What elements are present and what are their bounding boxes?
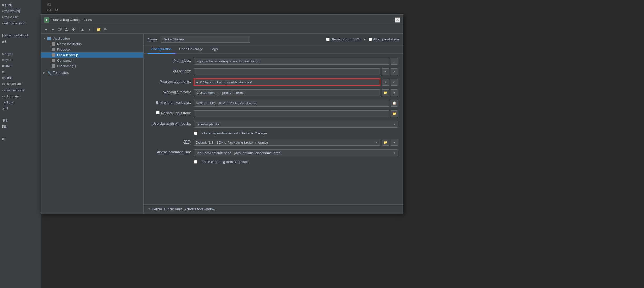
classpath-input-area: rocketmq-broker xyxy=(194,121,398,128)
env-vars-row: Environment variables: 📋 xyxy=(149,100,398,107)
vm-options-input-area: + ⤢ xyxy=(194,68,398,75)
jre-browse-button[interactable]: 📁 xyxy=(382,139,389,146)
working-dir-input-area: 📁 ▼ xyxy=(194,89,398,96)
redirect-input-area: 📁 xyxy=(194,110,398,117)
jre-input-area: Default (1.8 - SDK of 'rocketmq-broker' … xyxy=(194,139,398,146)
tree-producer[interactable]: Producer xyxy=(41,47,143,52)
main-class-row: Main class: ... xyxy=(149,58,398,65)
file-tree-item: ck_namesrv.xml xyxy=(1,87,40,93)
line-number: 64 xyxy=(44,8,51,13)
file-tree-item: ml xyxy=(1,136,40,142)
save-configuration-button[interactable] xyxy=(64,27,69,32)
name-input[interactable] xyxy=(161,36,250,43)
move-to-group-button[interactable]: 📁 xyxy=(96,27,101,32)
name-row: Name: xyxy=(148,36,250,43)
file-tree-item: ck_tools.xml xyxy=(1,93,40,100)
share-vcs-help-icon[interactable]: ? xyxy=(364,37,365,41)
file-tree-item: .yml xyxy=(1,106,40,112)
producer1-label: Producer (1) xyxy=(57,64,76,68)
configuration-tree: ▼ Application NamesrvStartup Producer xyxy=(41,34,144,214)
shorten-cmd-row: Shorten command line: user-local default… xyxy=(149,149,398,156)
redirect-input[interactable] xyxy=(194,110,389,117)
vm-options-add-button[interactable]: + xyxy=(382,68,389,75)
editor-background: ng-acl] etmq-broker] etmq-client] cketmq… xyxy=(0,0,644,288)
tree-producer1[interactable]: Producer (1) xyxy=(41,63,143,69)
expand-templates-icon: ▶ xyxy=(43,71,46,74)
tab-configuration[interactable]: Configuration xyxy=(148,45,175,54)
jre-row: JRE: Default (1.8 - SDK of 'rocketmq-bro… xyxy=(149,139,398,146)
main-class-browse-button[interactable]: ... xyxy=(391,58,398,65)
config-header: Name: Share through VCS ? Allow parallel… xyxy=(144,34,403,45)
program-args-add-button[interactable]: + xyxy=(382,79,389,86)
tree-broker-startup[interactable]: BrokerStartup xyxy=(41,52,143,58)
provided-scope-row: Include dependencies with "Provided" sco… xyxy=(149,131,398,135)
before-launch-section: ▼ Before launch: Build, Activate tool wi… xyxy=(144,204,403,214)
tree-namesrv[interactable]: NamesrvStartup xyxy=(41,41,143,47)
dialog-titlebar: Run/Debug Configurations ✕ xyxy=(41,15,403,25)
env-vars-edit-button[interactable]: 📋 xyxy=(391,100,398,107)
sort-button[interactable] xyxy=(103,27,108,32)
working-dir-input[interactable] xyxy=(194,89,380,96)
file-tree-item xyxy=(1,27,40,33)
header-options: Share through VCS ? Allow parallel run xyxy=(326,37,399,41)
close-button[interactable]: ✕ xyxy=(395,17,400,23)
move-down-button[interactable]: ▼ xyxy=(86,27,92,32)
tab-code-coverage[interactable]: Code Coverage xyxy=(175,45,207,54)
share-vcs-checkbox[interactable] xyxy=(326,38,330,41)
code-text: /* xyxy=(54,8,59,13)
snapshots-checkbox[interactable] xyxy=(194,160,197,164)
remove-configuration-button[interactable]: − xyxy=(50,27,56,32)
classpath-row: Use classpath of module: rocketmq-broker xyxy=(149,121,398,128)
file-tree-item xyxy=(1,112,40,118)
svg-marker-0 xyxy=(46,19,48,21)
before-launch-header[interactable]: ▼ Before launch: Build, Activate tool wi… xyxy=(148,207,399,211)
file-tree-item: -BIN xyxy=(1,118,40,124)
tree-templates-group[interactable]: ▶ 🔧 Templates xyxy=(41,70,143,75)
templates-label: Templates xyxy=(53,71,69,75)
namesrv-label: NamesrvStartup xyxy=(57,42,82,46)
add-configuration-button[interactable]: + xyxy=(43,27,49,32)
jre-expand-button[interactable]: ▼ xyxy=(391,139,398,146)
env-vars-input[interactable] xyxy=(194,100,389,107)
program-args-expand-button[interactable]: ⤢ xyxy=(391,79,398,86)
settings-button[interactable]: ⚙ xyxy=(70,27,76,32)
vm-options-expand-button[interactable]: ⤢ xyxy=(391,68,398,75)
producer-label: Producer xyxy=(57,48,71,51)
copy-configuration-button[interactable] xyxy=(57,27,63,32)
svg-rect-4 xyxy=(66,28,67,29)
file-tree-item: er.conf xyxy=(1,75,40,81)
tree-application-group[interactable]: ▼ Application xyxy=(41,36,143,41)
file-tree-item: oslave xyxy=(1,63,40,69)
vm-options-input[interactable] xyxy=(194,68,380,75)
shorten-cmd-select-wrapper: user-local default: none - java [options… xyxy=(194,149,398,156)
classpath-label: Use classpath of module: xyxy=(149,121,191,125)
program-args-input[interactable] xyxy=(194,79,380,86)
redirect-checkbox[interactable] xyxy=(156,111,160,114)
classpath-select[interactable]: rocketmq-broker xyxy=(194,121,398,128)
file-tree-item: s-async xyxy=(1,51,40,57)
main-class-input[interactable] xyxy=(194,58,389,65)
allow-parallel-checkbox[interactable] xyxy=(369,38,372,41)
snapshots-row: Enable capturing form snapshots xyxy=(149,160,398,164)
share-vcs-option: Share through VCS xyxy=(326,37,360,41)
provided-scope-checkbox[interactable] xyxy=(194,132,197,135)
file-tree-item: etmq-broker] xyxy=(1,8,40,14)
dialog-content: ▼ Application NamesrvStartup Producer xyxy=(41,34,403,214)
configuration-panel: Name: Share through VCS ? Allow parallel… xyxy=(144,34,403,214)
shorten-cmd-label: Shorten command line: xyxy=(149,149,191,154)
main-class-label: Main class: xyxy=(149,58,191,62)
file-tree-item xyxy=(1,130,40,136)
tree-consumer[interactable]: Consumer xyxy=(41,58,143,63)
working-dir-expand-button[interactable]: ▼ xyxy=(391,89,398,96)
working-dir-browse-button[interactable]: 📁 xyxy=(382,89,389,96)
form-area: Main class: ... VM options: + ⤢ xyxy=(144,54,403,204)
tab-logs[interactable]: Logs xyxy=(207,45,221,54)
redirect-browse-button[interactable]: 📁 xyxy=(391,110,398,117)
provided-scope-label: Include dependencies with "Provided" sco… xyxy=(200,131,267,135)
jre-select[interactable]: Default (1.8 - SDK of 'rocketmq-broker' … xyxy=(194,139,380,146)
program-args-row: Program arguments: + ⤢ xyxy=(149,79,398,86)
move-up-button[interactable]: ▲ xyxy=(80,27,85,32)
shorten-cmd-select[interactable]: user-local default: none - java [options… xyxy=(194,149,398,156)
application-group-label: Application xyxy=(53,36,70,40)
file-tree-item: s-sync xyxy=(1,57,40,63)
